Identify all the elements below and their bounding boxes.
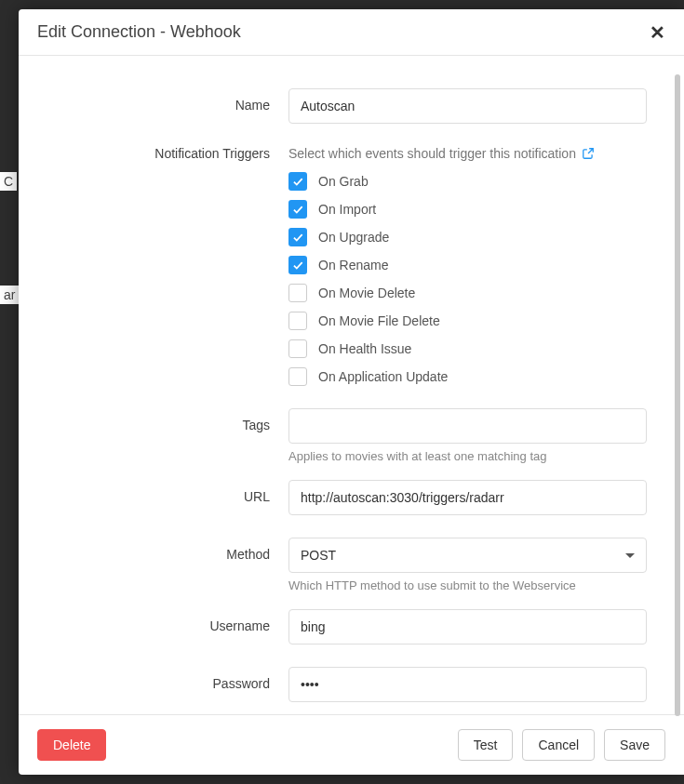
modal-body: Name Notification Triggers Select which … [19,56,684,714]
row-password: Password [56,667,647,702]
method-select[interactable]: POST [288,538,647,573]
scrollbar[interactable] [675,74,680,716]
trigger-checkbox[interactable] [288,284,307,302]
bg-text-fragment: ar [0,286,19,304]
triggers-list: On GrabOn ImportOn UpgradeOn RenameOn Mo… [288,172,647,386]
trigger-checkbox[interactable] [288,172,307,191]
trigger-row: On Movie Delete [288,284,647,302]
trigger-checkbox[interactable] [288,256,307,274]
edit-connection-modal: Edit Connection - Webhook ✕ Name Notific… [19,9,684,775]
trigger-label: On Import [318,202,376,217]
username-label: Username [56,609,288,633]
modal-title: Edit Connection - Webhook [37,22,241,42]
trigger-label: On Grab [318,174,369,189]
tags-input[interactable] [288,408,647,444]
tags-label: Tags [56,408,288,432]
cancel-button[interactable]: Cancel [522,729,595,761]
row-username: Username [56,609,647,644]
trigger-checkbox[interactable] [288,339,307,358]
trigger-label: On Application Update [318,369,448,384]
check-icon [291,203,304,216]
trigger-label: On Movie File Delete [318,313,440,328]
row-tags: Tags Applies to movies with at least one… [56,408,647,463]
test-button[interactable]: Test [458,729,514,761]
trigger-row: On Upgrade [288,228,647,246]
modal-header: Edit Connection - Webhook ✕ [19,9,684,56]
save-button[interactable]: Save [604,729,665,761]
triggers-helper: Select which events should trigger this … [288,146,647,161]
password-input[interactable] [288,667,647,702]
close-icon[interactable]: ✕ [650,23,665,42]
check-icon [291,259,304,272]
trigger-row: On Health Issue [288,339,647,358]
triggers-helper-text: Select which events should trigger this … [288,146,576,161]
chevron-down-icon [625,553,635,558]
row-url: URL [56,480,647,515]
trigger-checkbox[interactable] [288,228,307,246]
trigger-label: On Movie Delete [318,286,415,300]
check-icon [291,175,304,188]
trigger-row: On Application Update [288,367,647,386]
trigger-row: On Import [288,200,647,219]
username-input[interactable] [288,609,647,644]
row-triggers: Notification Triggers Select which event… [56,146,647,386]
trigger-row: On Movie File Delete [288,312,647,330]
name-input[interactable] [288,88,647,124]
method-label: Method [56,538,288,562]
check-icon [291,231,304,244]
trigger-row: On Grab [288,172,647,191]
method-helper: Which HTTP method to use submit to the W… [288,578,647,592]
trigger-checkbox[interactable] [288,200,307,219]
password-label: Password [56,667,288,691]
trigger-label: On Upgrade [318,230,389,245]
trigger-checkbox[interactable] [288,312,307,330]
external-link-icon[interactable] [582,147,595,160]
trigger-checkbox[interactable] [288,367,307,386]
triggers-label: Notification Triggers [56,146,288,161]
url-label: URL [56,480,288,504]
method-value: POST [301,548,336,563]
delete-button[interactable]: Delete [37,729,106,761]
bg-text-fragment: C [0,172,17,191]
modal-footer: Delete Test Cancel Save [19,714,684,775]
name-label: Name [56,88,288,113]
trigger-row: On Rename [288,256,647,274]
row-name: Name [56,88,647,124]
trigger-label: On Rename [318,258,388,272]
url-input[interactable] [288,480,647,515]
trigger-label: On Health Issue [318,341,411,356]
tags-helper: Applies to movies with at least one matc… [288,449,647,463]
row-method: Method POST Which HTTP method to use sub… [56,538,647,592]
